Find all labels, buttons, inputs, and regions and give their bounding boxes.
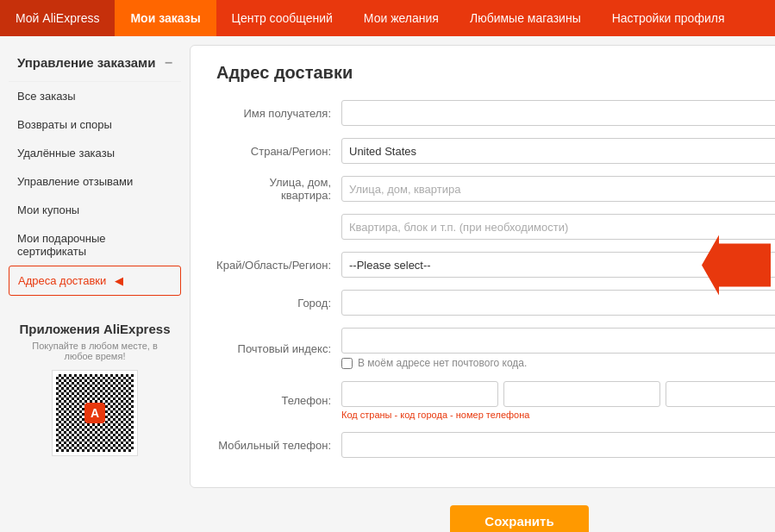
nav-my-aliexpress[interactable]: Мой AliExpress bbox=[0, 0, 115, 36]
phone-number-input[interactable] bbox=[666, 381, 775, 407]
phone-field: Код страны - код города - номер телефона bbox=[341, 381, 775, 420]
delivery-form-box: Адрес доставки Имя получателя: Страна/Ре… bbox=[190, 45, 775, 488]
mobile-label: Мобильный телефон: bbox=[216, 439, 341, 452]
street-label: Улица, дом, квартира: bbox=[216, 176, 341, 202]
sidebar-collapse-button[interactable]: − bbox=[165, 55, 172, 71]
country-label: Страна/Регион: bbox=[216, 145, 341, 158]
country-field: United States Russia Germany China Unite… bbox=[341, 138, 775, 164]
no-postal-checkbox[interactable] bbox=[341, 358, 353, 369]
phone-country-code-input[interactable] bbox=[341, 381, 498, 407]
apps-section: Приложения AliExpress Покупайте в любом … bbox=[9, 313, 181, 465]
city-field bbox=[341, 290, 775, 316]
save-button-row: Сохранить bbox=[190, 505, 775, 532]
sidebar-item-gift-certificates[interactable]: Мои подарочные сертификаты bbox=[9, 224, 181, 266]
content-area: Адрес доставки Имя получателя: Страна/Ре… bbox=[190, 45, 775, 532]
nav-favorite-stores[interactable]: Любимые магазины bbox=[454, 0, 597, 36]
top-navigation: Мой AliExpress Мои заказы Центр сообщени… bbox=[0, 0, 775, 36]
aliexpress-logo-icon: A bbox=[84, 403, 105, 423]
state-label: Край/Область/Регион: bbox=[216, 259, 341, 272]
city-input[interactable] bbox=[341, 290, 775, 316]
street-input[interactable] bbox=[341, 176, 775, 202]
phone-label: Телефон: bbox=[216, 394, 341, 407]
recipient-input[interactable] bbox=[341, 100, 775, 126]
form-page-title: Адрес доставки bbox=[216, 63, 775, 83]
apt-field bbox=[341, 214, 775, 240]
sidebar-item-all-orders[interactable]: Все заказы bbox=[9, 82, 181, 110]
postal-input[interactable] bbox=[341, 328, 775, 354]
state-select[interactable]: --Please select-- Alabama Alaska Arizona… bbox=[341, 252, 775, 278]
mobile-input[interactable] bbox=[341, 432, 775, 458]
recipient-row: Имя получателя: bbox=[216, 100, 775, 126]
country-row: Страна/Регион: United States Russia Germ… bbox=[216, 138, 775, 164]
apt-row bbox=[216, 214, 775, 240]
nav-my-wishlist[interactable]: Мои желания bbox=[348, 0, 454, 36]
country-select[interactable]: United States Russia Germany China Unite… bbox=[341, 138, 775, 164]
postal-label: Почтовый индекс: bbox=[216, 342, 341, 355]
city-row: Город: bbox=[216, 290, 775, 316]
sidebar-section-header: Управление заказами − bbox=[9, 45, 181, 82]
apps-subtitle: Покупайте в любом месте, в любое время! bbox=[17, 341, 172, 361]
sidebar-section-title-text: Управление заказами bbox=[17, 55, 155, 70]
apt-input[interactable] bbox=[341, 214, 775, 240]
postal-row: Почтовый индекс: В моём адресе нет почто… bbox=[216, 328, 775, 369]
sidebar: Управление заказами − Все заказы Возврат… bbox=[9, 45, 181, 532]
sidebar-item-deleted-orders[interactable]: Удалённые заказы bbox=[9, 139, 181, 167]
sidebar-item-returns-disputes[interactable]: Возвраты и споры bbox=[9, 110, 181, 139]
qr-code-image: A bbox=[52, 370, 138, 456]
no-postal-row: В моём адресе нет почтового кода. bbox=[341, 357, 775, 369]
sidebar-item-manage-reviews[interactable]: Управление отзывами bbox=[9, 167, 181, 196]
mobile-field bbox=[341, 432, 775, 458]
phone-inputs-row bbox=[341, 381, 775, 407]
no-postal-label: В моём адресе нет почтового кода. bbox=[358, 357, 527, 369]
recipient-field bbox=[341, 100, 775, 126]
recipient-label: Имя получателя: bbox=[216, 107, 341, 120]
state-row: Край/Область/Регион: --Please select-- A… bbox=[216, 252, 775, 278]
sidebar-item-delivery-addresses[interactable]: Адреса доставки ◀ bbox=[9, 266, 181, 296]
sidebar-item-delivery-label: Адреса доставки bbox=[18, 274, 106, 287]
postal-field: В моём адресе нет почтового кода. bbox=[341, 328, 775, 369]
city-label: Город: bbox=[216, 297, 341, 310]
main-layout: Управление заказами − Все заказы Возврат… bbox=[0, 36, 775, 532]
nav-my-orders[interactable]: Мои заказы bbox=[115, 0, 216, 36]
phone-row: Телефон: Код страны - код города - номер… bbox=[216, 381, 775, 420]
phone-area-code-input[interactable] bbox=[503, 381, 660, 407]
sidebar-arrow-icon: ◀ bbox=[115, 274, 123, 287]
street-row: Улица, дом, квартира: bbox=[216, 176, 775, 202]
phone-hint-text: Код страны - код города - номер телефона bbox=[341, 410, 775, 420]
nav-message-center[interactable]: Центр сообщений bbox=[216, 0, 348, 36]
street-field bbox=[341, 176, 775, 202]
mobile-row: Мобильный телефон: bbox=[216, 432, 775, 458]
state-field: --Please select-- Alabama Alaska Arizona… bbox=[341, 252, 775, 278]
nav-profile-settings[interactable]: Настройки профиля bbox=[597, 0, 741, 36]
sidebar-item-my-coupons[interactable]: Мои купоны bbox=[9, 196, 181, 224]
apps-title: Приложения AliExpress bbox=[17, 322, 172, 336]
save-button[interactable]: Сохранить bbox=[450, 505, 588, 532]
